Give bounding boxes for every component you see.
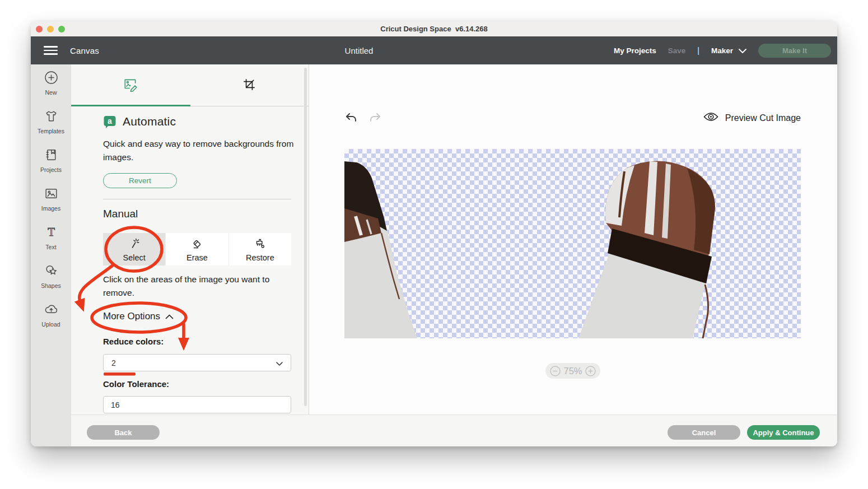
minimize-window-button[interactable]	[47, 26, 54, 32]
panel-scrollbar[interactable]	[304, 68, 307, 406]
svg-text:a: a	[108, 117, 112, 125]
zoom-level: 75%	[563, 366, 582, 376]
notebook-icon	[44, 147, 59, 164]
undo-icon[interactable]	[343, 111, 359, 127]
tool-erase-button[interactable]: Erase	[165, 233, 228, 266]
chevron-down-icon	[739, 46, 746, 55]
sidebar: New Templates Projects	[31, 64, 71, 446]
svg-text:T: T	[48, 226, 55, 238]
close-window-button[interactable]	[36, 26, 43, 32]
preview-cut-image-button[interactable]: Preview Cut Image	[703, 111, 801, 124]
document-title: Untitled	[345, 36, 374, 64]
color-tolerance-input[interactable]	[103, 396, 291, 413]
back-button[interactable]: Back	[87, 425, 160, 440]
titlebar: Cricut Design Space v6.14.268	[31, 21, 837, 36]
manual-tools: Select Erase Restore	[103, 233, 291, 266]
active-tab-underline	[71, 105, 190, 106]
reduce-colors-select[interactable]: 2	[103, 354, 291, 371]
upload-cloud-icon	[44, 302, 59, 319]
window-title: Cricut Design Space v6.14.268	[380, 25, 487, 33]
sidebar-item-new[interactable]: New	[31, 70, 71, 103]
redo-icon	[367, 111, 383, 127]
save-link: Save	[668, 46, 686, 55]
panel-tabs	[71, 64, 309, 106]
tab-crop[interactable]	[190, 64, 309, 106]
appbar-divider: |	[697, 46, 699, 55]
chevron-down-icon	[276, 358, 283, 367]
appbar-right-group: My Projects Save | Maker Make It	[614, 36, 831, 64]
color-tolerance-label: Color Tolerance:	[103, 379, 169, 389]
text-icon: T	[44, 225, 59, 241]
my-projects-link[interactable]: My Projects	[614, 46, 656, 55]
zoom-control: 75%	[545, 363, 600, 379]
automatic-section-header: a Automatic	[103, 115, 176, 132]
tool-restore-button[interactable]: Restore	[228, 233, 291, 266]
sidebar-item-text[interactable]: T Text	[31, 225, 71, 257]
menu-icon[interactable]	[44, 46, 58, 55]
cancel-button[interactable]: Cancel	[668, 425, 740, 440]
automatic-title: Automatic	[123, 115, 176, 128]
automatic-badge-icon: a	[103, 115, 116, 132]
plus-circle-icon	[44, 70, 59, 87]
make-it-button: Make It	[758, 44, 831, 58]
zoom-out-icon[interactable]	[550, 366, 561, 376]
restore-brush-icon	[253, 237, 267, 252]
image-icon	[44, 186, 59, 203]
canvas-workspace: Preview Cut Image	[309, 64, 837, 446]
zoom-window-button[interactable]	[58, 26, 65, 32]
revert-button[interactable]: Revert	[103, 173, 177, 188]
automatic-description: Quick and easy way to remove backgrounds…	[103, 137, 295, 164]
more-options-toggle[interactable]: More Options	[103, 311, 174, 322]
sidebar-item-shapes[interactable]: Shapes	[31, 263, 71, 296]
sidebar-item-templates[interactable]: Templates	[31, 109, 71, 141]
app-header: Canvas Untitled My Projects Save | Maker…	[31, 36, 837, 64]
traffic-lights	[36, 21, 65, 36]
select-tool-hint: Click on the areas of the image you want…	[103, 273, 293, 300]
eraser-icon	[190, 237, 204, 252]
sidebar-item-upload[interactable]: Upload	[31, 302, 71, 334]
crop-icon	[242, 77, 256, 94]
tshirt-icon	[44, 109, 59, 125]
tab-image-edit[interactable]	[71, 64, 190, 106]
bottle-image	[344, 149, 801, 338]
machine-label: Maker	[711, 46, 733, 55]
magic-wand-icon	[128, 237, 141, 252]
machine-select-dropdown[interactable]: Maker	[711, 46, 746, 55]
shapes-icon	[44, 263, 59, 280]
tool-select-button[interactable]: Select	[103, 233, 165, 266]
eye-icon	[703, 111, 718, 124]
chevron-up-icon	[165, 311, 174, 322]
edit-panel: a Automatic Quick and easy way to remove…	[71, 64, 309, 446]
zoom-in-icon[interactable]	[585, 366, 596, 376]
footer-bar: Back Cancel Apply & Continue	[71, 415, 837, 446]
edited-image-canvas[interactable]	[344, 149, 801, 338]
reduce-colors-label: Reduce colors:	[103, 337, 164, 346]
app-window: Cricut Design Space v6.14.268 Canvas Unt…	[31, 21, 837, 446]
manual-title: Manual	[103, 208, 138, 220]
section-divider	[103, 199, 291, 199]
apply-continue-button[interactable]: Apply & Continue	[747, 425, 820, 440]
edit-image-icon	[123, 77, 138, 94]
sidebar-item-images[interactable]: Images	[31, 186, 71, 218]
sidebar-item-projects[interactable]: Projects	[31, 147, 71, 180]
canvas-nav-label[interactable]: Canvas	[70, 36, 99, 64]
